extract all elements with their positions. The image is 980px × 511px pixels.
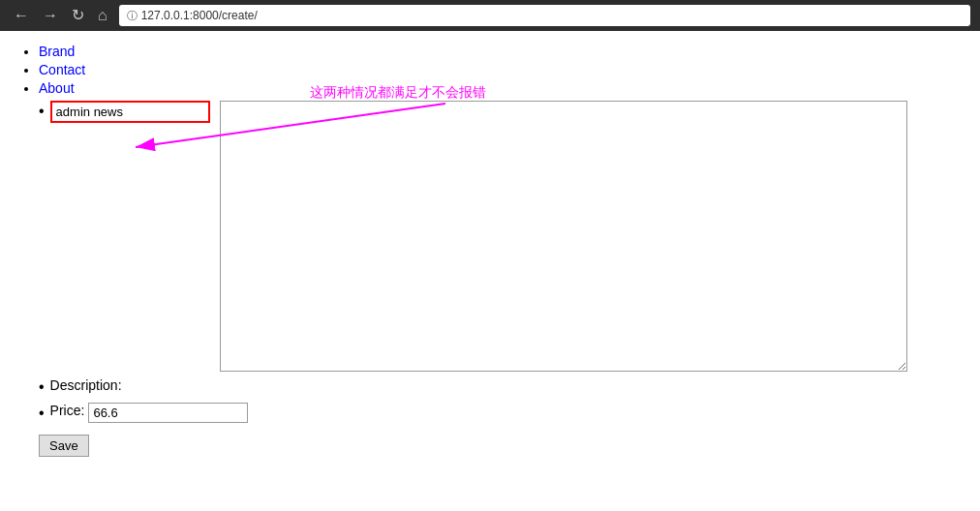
bullet-name: • [39, 101, 45, 122]
price-label: Price: [50, 403, 85, 418]
bullet-price: • [39, 403, 45, 424]
price-row: • Price: [19, 403, 961, 424]
nav-item-contact: Contact [39, 62, 961, 77]
nav-link-brand[interactable]: Brand [39, 44, 75, 59]
nav-list: Brand Contact About [19, 44, 961, 96]
browser-bar: ← → ↻ ⌂ ⓘ 127.0.0.1:8000/create/ [0, 0, 980, 31]
nav-item-brand: Brand [39, 44, 961, 59]
nav-link-contact[interactable]: Contact [39, 62, 85, 77]
page-content: Brand Contact About 这两种情况都满足才不会报错 • • De… [0, 31, 980, 466]
description-label: Description: [50, 376, 122, 396]
name-field-row: • [19, 101, 961, 372]
description-label-row: • Description: [19, 376, 961, 398]
reload-button[interactable]: ↻ [68, 6, 88, 25]
address-bar[interactable]: ⓘ 127.0.0.1:8000/create/ [119, 5, 970, 26]
back-button[interactable]: ← [10, 6, 33, 25]
bullet-description: • [39, 376, 45, 398]
lock-icon: ⓘ [127, 9, 138, 23]
save-button[interactable]: Save [39, 435, 89, 457]
name-input[interactable] [50, 101, 210, 123]
nav-item-about: About [39, 80, 961, 96]
forward-button[interactable]: → [39, 6, 62, 25]
price-input[interactable] [88, 403, 248, 423]
description-textarea[interactable] [220, 101, 907, 372]
url-text: 127.0.0.1:8000/create/ [141, 9, 258, 22]
nav-link-about[interactable]: About [39, 80, 75, 96]
home-button[interactable]: ⌂ [94, 6, 111, 25]
browser-nav-buttons: ← → ↻ ⌂ [10, 6, 111, 25]
